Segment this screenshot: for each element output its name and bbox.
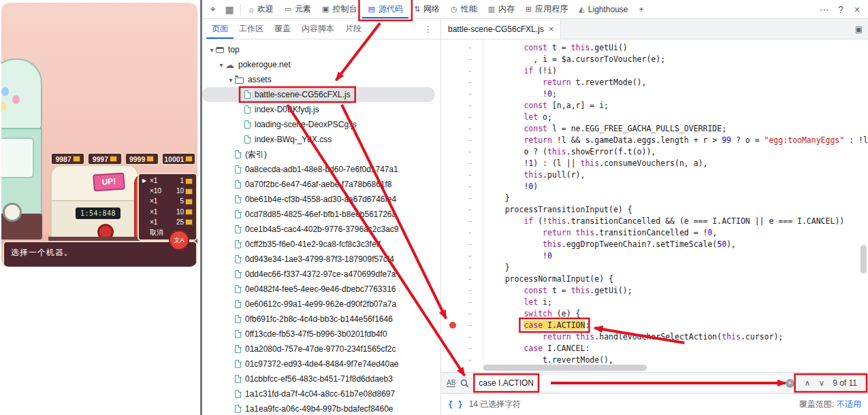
tree-item[interactable]: 0e0482f4-fee5-4eec-9e46-dbebc7763316 — [202, 282, 440, 297]
gutter-line[interactable]: - — [441, 77, 483, 88]
sources-tab-page[interactable]: 页面 — [206, 19, 234, 39]
tree-item[interactable]: 1a1ea9fc-a06c-49b4-997b-bdafecf8460e — [202, 401, 440, 415]
language-badge-icon[interactable]: 文A — [169, 230, 189, 250]
inspect-icon[interactable]: ⌖ — [205, 3, 221, 15]
tree-item[interactable]: 0a70f2bc-6e47-46af-aebe-f7a78b6861f8 — [202, 177, 440, 192]
gutter-line[interactable]: - — [441, 181, 483, 193]
gutter-line[interactable]: - — [441, 354, 483, 366]
tree-item[interactable]: 0ce1b4a5-cac4-402b-9776-3796ac2c3ac9 — [202, 222, 440, 237]
tree-item[interactable]: 0d943e34-1ae3-4799-87f3-187909f57cf4 — [202, 252, 440, 267]
gacha-menu-item[interactable]: ×110 — [142, 208, 193, 216]
tab-performance[interactable]: ◷性能 — [445, 0, 483, 18]
tab-sources[interactable]: ▤源代码 — [362, 0, 408, 18]
gacha-menu-item[interactable]: ▶×11 — [142, 177, 193, 185]
close-devtools-icon[interactable]: × — [849, 4, 865, 15]
previous-match-icon[interactable]: ∧ — [805, 378, 811, 388]
search-input[interactable]: case I.ACTION — [474, 376, 780, 391]
sources-tab-content-scripts[interactable]: 内容脚本 — [296, 19, 340, 39]
tree-item[interactable]: 0e60612c-99a1-4e99-962e-d90f2fb07a7a — [202, 297, 440, 312]
gutter-line[interactable]: - — [441, 320, 483, 331]
gutter-line[interactable]: - — [441, 239, 483, 250]
gutter-line[interactable]: - — [441, 204, 483, 216]
horizontal-scrollbar[interactable] — [483, 365, 858, 371]
hscroll-thumb[interactable] — [483, 365, 647, 371]
editor-tab-battle-scene[interactable]: battle-scene-CG56cFXL.js × — [441, 19, 561, 39]
gutter-line[interactable]: - — [441, 169, 483, 181]
tab-add[interactable]: + — [634, 0, 649, 18]
gutter-line[interactable]: - — [441, 146, 483, 158]
pretty-print-icon[interactable]: { } — [448, 400, 463, 410]
tree-item[interactable]: 0cd78d85-4825-46ef-bfb1-b8eeb561726a — [202, 207, 440, 222]
match-case-icon[interactable]: AB — [447, 379, 455, 387]
sources-tab-overrides[interactable]: 覆盖 — [269, 19, 296, 39]
tab-console[interactable]: ▣控制台 — [317, 0, 362, 18]
gutter-line[interactable]: - — [441, 88, 483, 100]
gutter-line[interactable]: - — [441, 331, 483, 343]
clear-search-icon[interactable]: × — [786, 379, 794, 388]
tree-item[interactable]: ▾top — [202, 42, 440, 57]
tab-network[interactable]: ⇅网络 — [408, 0, 445, 18]
gutter-line[interactable]: - — [441, 100, 483, 112]
tree-item[interactable]: 01a2080d-757e-47de-9770-234f1565cf2c — [202, 342, 440, 356]
gutter-line[interactable]: - — [441, 42, 483, 54]
gutter-line[interactable]: - — [441, 158, 483, 169]
tree-item[interactable]: 0a8cecda-adb1-48e8-bd60-7e6f0d1747a1 — [202, 162, 440, 177]
gutter-line[interactable]: - — [441, 123, 483, 135]
gutter-line[interactable]: - — [441, 250, 483, 262]
tree-expand-icon[interactable]: ▾ — [208, 46, 216, 54]
tree-item[interactable]: loading-scene-DeoxPSCg.js — [202, 117, 440, 132]
tree-item[interactable]: (索引) — [202, 147, 440, 162]
tree-item[interactable]: 0dd4ec66-f337-4372-97ce-a470699dfe7a — [202, 267, 440, 282]
tree-item[interactable]: 1a1c31fd-da7f-4c04-a8cc-61b7e08d8697 — [202, 386, 440, 401]
breakpoint-dot[interactable] — [449, 322, 456, 329]
tree-item[interactable]: 0cff2b35-f6e0-41e2-9ca8-fcf8c3c3feff — [202, 237, 440, 252]
tree-item[interactable]: 0be61b4e-cf3b-4558-ad30-aa67d6746fe4 — [202, 192, 440, 207]
tab-application[interactable]: ⊞应用程序 — [520, 0, 573, 18]
tree-item[interactable]: index-D0BKfydj.js — [202, 102, 440, 117]
editor-panel-toggle-icon[interactable]: ▣ — [855, 24, 863, 34]
gutter-line[interactable]: - — [441, 54, 483, 65]
gutter-line[interactable]: - — [441, 112, 483, 123]
tab-memory[interactable]: ▥内存 — [483, 0, 520, 18]
gutter-line[interactable]: - — [441, 216, 483, 227]
gutter-line[interactable]: - — [441, 285, 483, 297]
tree-expand-icon[interactable]: ▾ — [227, 76, 235, 84]
gutter-line[interactable]: - — [441, 273, 483, 285]
tree-expand-icon[interactable]: ▾ — [217, 61, 225, 69]
device-toolbar-icon[interactable]: ▦ — [221, 4, 238, 15]
gutter-line[interactable]: - — [441, 343, 483, 354]
gacha-menu-item[interactable]: ×15 — [142, 197, 193, 205]
tree-item[interactable]: battle-scene-CG56cFXL.js — [202, 87, 435, 102]
tree-item[interactable]: 0fb691fc-2b8c-4c4d-bb3c-b144e56f1646 — [202, 312, 440, 327]
next-match-icon[interactable]: ∨ — [818, 378, 824, 388]
gutter-line[interactable]: - — [441, 65, 483, 77]
tree-item[interactable]: 01cbbfcc-ef56-483c-b451-71f8d6ddaeb3 — [202, 371, 440, 386]
sources-more-icon[interactable]: ⋮ — [420, 24, 436, 34]
gutter-line[interactable]: - — [441, 193, 483, 204]
gutter-line[interactable]: - — [441, 262, 483, 273]
tab-elements[interactable]: ▭元素 — [279, 0, 317, 18]
vscroll-thumb[interactable] — [861, 245, 867, 273]
coverage-value[interactable]: 不适用 — [837, 399, 861, 410]
gacha-menu-item[interactable]: ×125 — [142, 218, 193, 227]
gutter-line[interactable]: - — [441, 135, 483, 146]
more-options-icon[interactable]: ⋯ — [816, 4, 833, 15]
gutter-line[interactable]: - — [441, 308, 483, 320]
tree-item[interactable]: 0ff13cde-fb53-47f5-b996-3b0201fdb4f0 — [202, 327, 440, 342]
sources-tab-snippets[interactable]: 片段 — [340, 19, 367, 39]
help-icon[interactable]: ? — [833, 4, 849, 15]
vertical-scrollbar[interactable] — [861, 41, 867, 363]
gutter-line[interactable]: - — [441, 297, 483, 308]
file-icon — [235, 270, 241, 278]
file-icon — [235, 375, 241, 383]
gutter-line[interactable]: - — [441, 227, 483, 239]
tree-item[interactable]: ▾☁pokerogue.net — [202, 57, 440, 72]
sources-tab-workspace[interactable]: 工作区 — [234, 19, 269, 39]
close-tab-icon[interactable]: × — [549, 24, 554, 34]
tree-item[interactable]: 01c97372-ed93-4de4-8484-9f7e74ed40ae — [202, 356, 440, 371]
tree-item[interactable]: ▾assets — [202, 72, 440, 87]
tab-welcome[interactable]: ⌂欢迎 — [244, 0, 279, 18]
tab-lighthouse[interactable]: ◭Lighthouse — [573, 0, 633, 18]
tree-item[interactable]: index-BWq-_YdX.css — [202, 132, 440, 147]
gacha-menu-item[interactable]: ×1010 — [142, 187, 193, 195]
